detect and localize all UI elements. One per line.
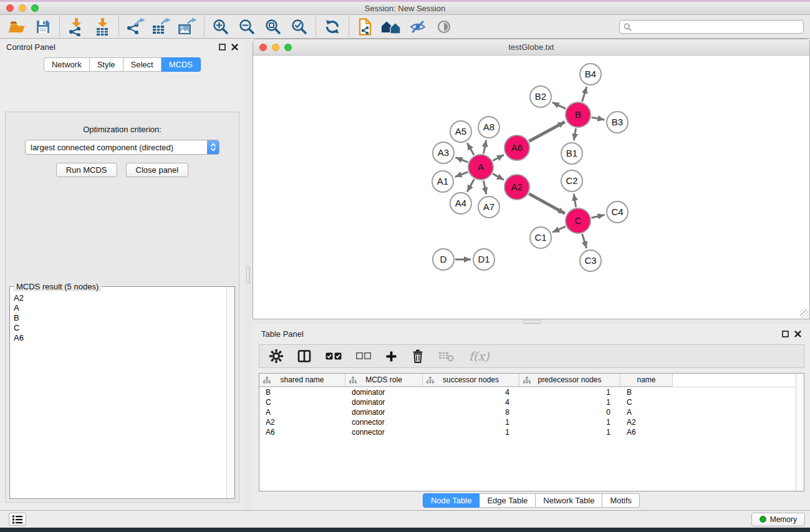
float-panel-icon[interactable] <box>219 44 226 51</box>
table-row[interactable]: Adominator80A <box>259 407 804 417</box>
graph-node-D[interactable]: D <box>433 249 454 270</box>
graph-edge-A-A6[interactable] <box>493 155 503 160</box>
zoom-out-button[interactable] <box>234 17 260 37</box>
mcds-result-item[interactable]: C <box>11 323 226 333</box>
tab-edge-table[interactable]: Edge Table <box>480 493 536 508</box>
graph-node-C3[interactable]: C3 <box>580 250 601 271</box>
mcds-result-scrollbar[interactable] <box>226 287 234 498</box>
graph-node-A2[interactable]: A2 <box>504 175 529 200</box>
zoom-in-button[interactable] <box>208 17 234 37</box>
table-row[interactable]: A2connector11A2 <box>259 417 804 427</box>
graph-edge-C-C4[interactable] <box>591 215 604 218</box>
network-canvas[interactable]: B4B2BB3A8A5A6A3B1AC2A1A2A4A7C4CC1DD1C3 <box>253 56 809 319</box>
horizontal-split-divider[interactable] <box>253 319 810 324</box>
graph-edge-B-B4[interactable] <box>582 87 586 102</box>
show-graphics-details-button[interactable] <box>431 17 457 37</box>
graph-node-B[interactable]: B <box>566 102 591 127</box>
apply-function-button[interactable]: f(x) <box>469 349 489 363</box>
graph-node-B3[interactable]: B3 <box>607 112 628 133</box>
mcds-result-item[interactable]: A2 <box>11 293 226 303</box>
export-network-button[interactable] <box>122 17 148 37</box>
graph-edge-B-B1[interactable] <box>574 128 576 141</box>
graph-edge-C-C2[interactable] <box>574 194 576 208</box>
window-resize-grip[interactable] <box>800 309 809 318</box>
column-header-name[interactable]: name <box>620 374 673 387</box>
tab-network[interactable]: Network <box>44 57 90 72</box>
close-panel-icon[interactable] <box>231 44 238 51</box>
graph-edge-A-A1[interactable] <box>455 172 468 177</box>
columns-button[interactable] <box>297 349 311 363</box>
graph-node-B4[interactable]: B4 <box>580 64 601 85</box>
graph-node-A6[interactable]: A6 <box>504 135 529 160</box>
close-panel-icon[interactable] <box>794 331 801 337</box>
graph-node-C[interactable]: C <box>566 208 591 233</box>
vertical-split-divider[interactable] <box>244 39 253 510</box>
deselect-all-button[interactable] <box>356 352 371 360</box>
graph-node-B1[interactable]: B1 <box>561 143 582 164</box>
graph-edge-B-B2[interactable] <box>552 102 566 109</box>
graph-edge-C-C3[interactable] <box>582 234 587 248</box>
graph-node-A7[interactable]: A7 <box>478 196 499 218</box>
graph-node-A4[interactable]: A4 <box>450 193 471 214</box>
hide-graphics-details-button[interactable] <box>405 17 431 37</box>
divider-handle[interactable] <box>246 266 250 284</box>
tab-motifs[interactable]: Motifs <box>602 493 640 508</box>
show-panels-button[interactable] <box>9 513 26 526</box>
graph-node-A5[interactable]: A5 <box>450 121 471 142</box>
export-table-button[interactable] <box>148 17 175 37</box>
tab-style[interactable]: Style <box>90 57 123 72</box>
column-header-shared-name[interactable]: shared name <box>259 374 345 387</box>
tab-select[interactable]: Select <box>123 57 162 72</box>
add-column-button[interactable] <box>385 351 397 362</box>
delete-column-button[interactable] <box>412 349 424 363</box>
graph-node-A8[interactable]: A8 <box>478 117 499 138</box>
refresh-button[interactable] <box>319 17 345 37</box>
graph-edge-A-A8[interactable] <box>483 140 486 154</box>
graph-node-C1[interactable]: C1 <box>530 227 551 248</box>
close-panel-button[interactable]: Close panel <box>126 163 189 177</box>
search-input[interactable] <box>619 20 804 34</box>
zoom-fit-button[interactable] <box>260 17 286 37</box>
delete-table-button[interactable] <box>438 350 455 362</box>
open-file-button[interactable] <box>4 17 30 37</box>
settings-gear-button[interactable] <box>269 349 283 363</box>
export-image-button[interactable] <box>175 17 201 37</box>
graph-edge-A2-C[interactable] <box>529 194 565 214</box>
import-network-button[interactable] <box>63 17 89 37</box>
criterion-dropdown[interactable]: largest connected component (directed) <box>25 140 219 155</box>
table-scrollbar[interactable] <box>796 374 804 491</box>
zoom-selected-button[interactable] <box>286 17 312 37</box>
graph-node-C4[interactable]: C4 <box>607 201 628 223</box>
graph-node-B2[interactable]: B2 <box>530 86 551 107</box>
graph-edge-A-A4[interactable] <box>467 179 474 191</box>
import-table-button[interactable] <box>89 17 115 37</box>
graph-edge-A-A7[interactable] <box>483 181 486 195</box>
column-header-mcds-role[interactable]: MCDS role <box>345 374 423 387</box>
graph-node-A[interactable]: A <box>468 155 493 180</box>
graph-node-D1[interactable]: D1 <box>473 249 494 270</box>
table-row[interactable]: A6connector11A6 <box>259 427 804 437</box>
graph-node-A1[interactable]: A1 <box>432 171 453 192</box>
table-row[interactable]: Cdominator41C <box>259 397 804 407</box>
graph-node-A3[interactable]: A3 <box>433 142 454 163</box>
column-header-predecessor-nodes[interactable]: predecessor nodes <box>519 374 620 387</box>
select-all-button[interactable] <box>325 352 342 360</box>
mcds-result-item[interactable]: B <box>11 313 226 323</box>
run-mcds-button[interactable]: Run MCDS <box>56 163 117 177</box>
mcds-result-item[interactable]: A6 <box>11 333 226 343</box>
graph-edge-C-C1[interactable] <box>552 226 566 232</box>
column-header-successor-nodes[interactable]: successor nodes <box>423 374 519 387</box>
divider-handle[interactable] <box>523 320 541 324</box>
memory-button[interactable]: Memory <box>751 513 805 526</box>
graph-node-C2[interactable]: C2 <box>561 170 582 191</box>
home-button[interactable] <box>378 17 405 37</box>
graph-edge-A-A5[interactable] <box>467 143 474 155</box>
tab-node-table[interactable]: Node Table <box>423 493 480 508</box>
tab-mcds[interactable]: MCDS <box>162 57 201 72</box>
graph-edge-A-A2[interactable] <box>493 174 504 180</box>
float-panel-icon[interactable] <box>782 331 789 337</box>
mcds-result-item[interactable]: A <box>11 303 226 313</box>
network-graph[interactable]: B4B2BB3A8A5A6A3B1AC2A1A2A4A7C4CC1DD1C3 <box>253 56 809 319</box>
graph-edge-B-B3[interactable] <box>592 117 605 120</box>
table-row[interactable]: Bdominator41B <box>259 387 804 397</box>
